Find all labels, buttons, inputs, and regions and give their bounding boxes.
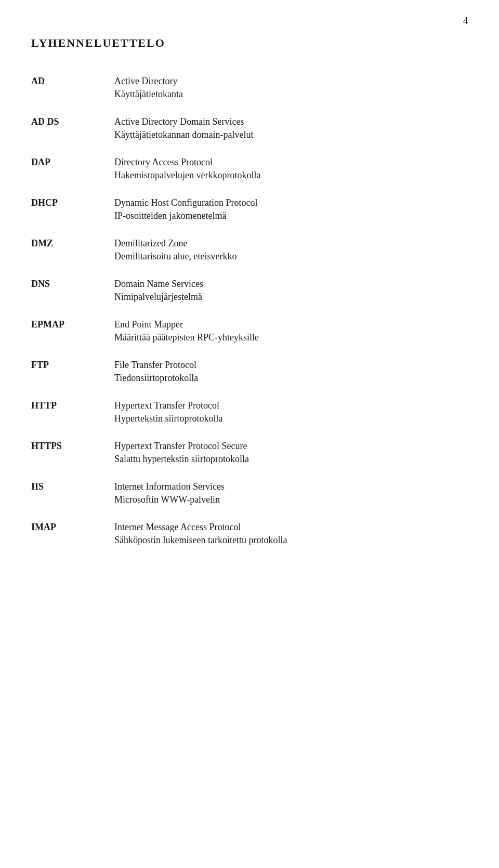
abbr-definitions: Internet Message Access ProtocolSähköpos…: [114, 522, 287, 546]
abbr-definitions: Dynamic Host Configuration ProtocolIP-os…: [114, 198, 257, 221]
abbr-finnish: Microsoftin WWW-palvelin: [114, 494, 225, 505]
abbr-definitions: Internet Information ServicesMicrosoftin…: [114, 481, 225, 505]
abbr-english: End Point Mapper: [114, 319, 259, 330]
abbr-finnish: Hypertekstin siirtoprotokolla: [114, 413, 222, 424]
abbreviation-list: ADActive DirectoryKäyttäjätietokantaAD D…: [31, 76, 457, 546]
abbr-finnish: Salattu hypertekstin siirtoprotokolla: [114, 454, 249, 465]
abbr-finnish: Sähköpostin lukemiseen tarkoitettu proto…: [114, 535, 287, 546]
page-number: 4: [463, 16, 468, 27]
abbr-definitions: End Point MapperMäärittää päätepisten RP…: [114, 319, 259, 343]
abbr-definitions: Domain Name ServicesNimipalvelujärjestel…: [114, 279, 203, 303]
abbr-key: DMZ: [31, 238, 114, 249]
list-item: AD DSActive Directory Domain ServicesKäy…: [31, 116, 457, 140]
abbr-english: Hypertext Transfer Protocol Secure: [114, 441, 249, 452]
abbr-finnish: Käyttäjätietokannan domain-palvelut: [114, 129, 253, 140]
list-item: HTTPHypertext Transfer ProtocolHyperteks…: [31, 400, 457, 424]
list-item: HTTPSHypertext Transfer Protocol SecureS…: [31, 441, 457, 465]
list-item: EPMAPEnd Point MapperMäärittää päätepist…: [31, 319, 457, 343]
list-item: FTPFile Transfer ProtocolTiedonsiirtopro…: [31, 360, 457, 384]
abbr-finnish: Demilitarisoitu alue, eteisverkko: [114, 251, 237, 262]
abbr-key: IMAP: [31, 522, 114, 533]
abbr-definitions: Hypertext Transfer Protocol SecureSalatt…: [114, 441, 249, 465]
abbr-finnish: Hakemistopalvelujen verkkoprotokolla: [114, 170, 260, 181]
abbr-key: HTTPS: [31, 441, 114, 452]
abbr-english: File Transfer Protocol: [114, 360, 198, 371]
list-item: DAPDirectory Access ProtocolHakemistopal…: [31, 157, 457, 181]
abbr-key: HTTP: [31, 400, 114, 411]
abbr-english: Hypertext Transfer Protocol: [114, 400, 222, 411]
abbr-key: IIS: [31, 481, 114, 492]
abbr-english: Domain Name Services: [114, 279, 203, 290]
abbr-finnish: Määrittää päätepisten RPC-yhteyksille: [114, 332, 259, 343]
abbr-english: Internet Message Access Protocol: [114, 522, 287, 533]
abbr-key: DAP: [31, 157, 114, 168]
abbr-english: Active Directory Domain Services: [114, 116, 253, 127]
abbr-finnish: Käyttäjätietokanta: [114, 89, 183, 100]
abbr-definitions: Active Directory Domain ServicesKäyttäjä…: [114, 116, 253, 140]
abbr-definitions: Hypertext Transfer ProtocolHypertekstin …: [114, 400, 222, 424]
abbr-key: AD DS: [31, 116, 114, 127]
abbr-english: Active Directory: [114, 76, 183, 87]
abbr-key: FTP: [31, 360, 114, 371]
abbr-key: DNS: [31, 279, 114, 290]
abbr-key: EPMAP: [31, 319, 114, 330]
list-item: IMAPInternet Message Access ProtocolSähk…: [31, 522, 457, 546]
abbr-english: Demilitarized Zone: [114, 238, 237, 249]
abbr-key: AD: [31, 76, 114, 87]
abbr-definitions: File Transfer ProtocolTiedonsiirtoprotok…: [114, 360, 198, 384]
list-item: DMZDemilitarized ZoneDemilitarisoitu alu…: [31, 238, 457, 262]
list-item: ADActive DirectoryKäyttäjätietokanta: [31, 76, 457, 100]
abbr-finnish: Tiedonsiirtoprotokolla: [114, 373, 198, 384]
abbr-definitions: Directory Access ProtocolHakemistopalvel…: [114, 157, 260, 181]
list-item: DHCPDynamic Host Configuration ProtocolI…: [31, 198, 457, 221]
abbr-definitions: Active DirectoryKäyttäjätietokanta: [114, 76, 183, 100]
page-title: LYHENNELUETTELO: [31, 36, 457, 50]
abbr-finnish: Nimipalvelujärjestelmä: [114, 292, 203, 303]
abbr-definitions: Demilitarized ZoneDemilitarisoitu alue, …: [114, 238, 237, 262]
list-item: DNSDomain Name ServicesNimipalvelujärjes…: [31, 279, 457, 303]
abbr-english: Internet Information Services: [114, 481, 225, 492]
abbr-finnish: IP-osoitteiden jakomenetelmä: [114, 211, 257, 221]
abbr-english: Dynamic Host Configuration Protocol: [114, 198, 257, 208]
list-item: IISInternet Information ServicesMicrosof…: [31, 481, 457, 505]
abbr-key: DHCP: [31, 198, 114, 208]
abbr-english: Directory Access Protocol: [114, 157, 260, 168]
